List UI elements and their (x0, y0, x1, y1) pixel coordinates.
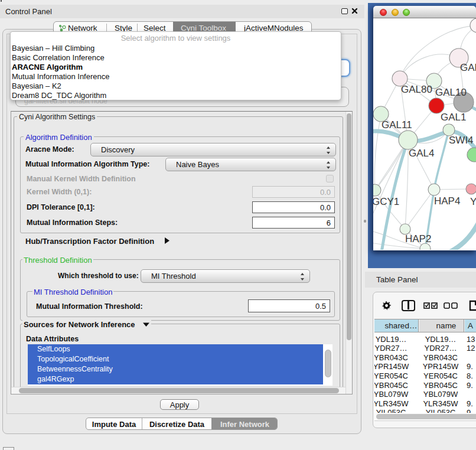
svg-text:SWI4: SWI4 (449, 135, 474, 146)
svg-text:HAP4: HAP4 (434, 195, 460, 207)
svg-text:GAL4: GAL4 (409, 148, 434, 159)
svg-text:GCY1: GCY1 (373, 196, 399, 207)
svg-text:HAP2: HAP2 (405, 233, 431, 244)
svg-text:GAL10: GAL10 (435, 87, 467, 98)
svg-text:GAL7: GAL7 (460, 62, 476, 73)
svg-text:GAL11: GAL11 (382, 119, 412, 131)
svg-text:Y: Y (470, 196, 476, 207)
svg-text:GAL1: GAL1 (441, 112, 466, 123)
svg-text:GAL80: GAL80 (401, 84, 432, 95)
